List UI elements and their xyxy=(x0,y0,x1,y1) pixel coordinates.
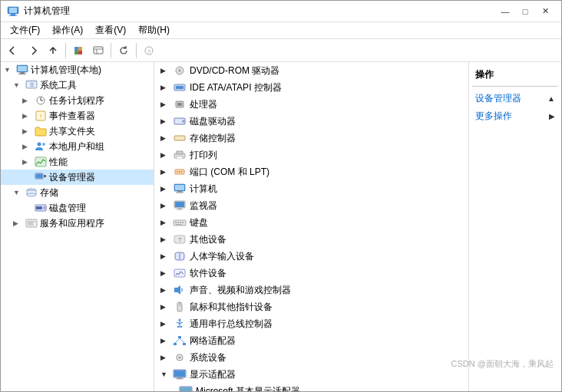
menu-file[interactable]: 文件(F) xyxy=(4,22,46,38)
toolbar-help[interactable]: ? xyxy=(140,41,158,60)
device-msbasicdisp[interactable]: Microsoft 基本显示适配器 xyxy=(154,383,468,391)
svg-rect-3 xyxy=(9,15,17,16)
other-arrow: ▶ xyxy=(160,236,173,243)
scheduler-arrow: ▶ xyxy=(22,97,35,104)
tree-scheduler[interactable]: ▶ 任务计划程序 xyxy=(1,93,154,108)
diskmanager-label: 磁盘管理 xyxy=(49,202,86,215)
toolbar-sep-3 xyxy=(136,43,137,58)
svg-text:?: ? xyxy=(147,48,151,55)
svg-rect-6 xyxy=(74,51,78,54)
cat-mouse[interactable]: ▶ 鼠标和其他指针设备 xyxy=(154,298,468,315)
action-header: 操作 xyxy=(472,65,558,87)
storage-icon xyxy=(25,186,38,199)
toolbar-back[interactable] xyxy=(4,41,22,60)
scheduler-icon xyxy=(35,94,47,107)
menu-action[interactable]: 操作(A) xyxy=(46,22,89,38)
tree-performance[interactable]: ▶ 性能 xyxy=(1,154,154,170)
ideata-arrow: ▶ xyxy=(160,84,173,91)
tree-eventviewer[interactable]: ▶ ! 事件查看器 xyxy=(1,108,154,124)
cat-processor[interactable]: ▶ 处理器 xyxy=(154,96,468,113)
minimize-button[interactable]: — xyxy=(495,4,515,19)
performance-icon xyxy=(35,156,47,168)
sysdev-icon xyxy=(173,351,187,364)
tree-root[interactable]: ▼ 计算机管理(本地) xyxy=(1,62,154,77)
hid-label: 人体学输入设备 xyxy=(190,250,254,263)
toolbar: ? xyxy=(1,39,561,62)
svg-point-26 xyxy=(42,143,45,146)
title-bar-left: 计算机管理 xyxy=(7,5,70,18)
computer-cat-icon xyxy=(173,183,187,195)
port-icon xyxy=(173,166,187,178)
toolbar-forward[interactable] xyxy=(24,41,42,60)
toolbar-btn2[interactable] xyxy=(69,41,88,60)
svg-rect-68 xyxy=(180,222,181,223)
computer-icon xyxy=(16,64,28,76)
toolbar-up[interactable] xyxy=(44,41,62,60)
svg-rect-8 xyxy=(94,47,103,54)
display-label: 显示适配器 xyxy=(190,368,236,381)
close-button[interactable]: ✕ xyxy=(535,4,555,19)
cat-display[interactable]: ▼ 显示适配器 xyxy=(154,366,468,383)
cat-diskdrive[interactable]: ▶ 磁盘驱动器 xyxy=(154,113,468,130)
cat-port[interactable]: ▶ 端口 (COM 和 LPT) xyxy=(154,163,468,180)
cat-computer[interactable]: ▶ 计算机 xyxy=(154,180,468,197)
cat-dvdcdrom[interactable]: ▶ DVD/CD-ROM 驱动器 xyxy=(154,62,468,79)
cat-monitor[interactable]: ▶ 监视器 xyxy=(154,197,468,214)
action-more[interactable]: 更多操作 ▶ xyxy=(472,107,558,125)
performance-arrow: ▶ xyxy=(22,158,35,166)
cat-softdev[interactable]: ▶ 软件设备 xyxy=(154,265,468,282)
svg-rect-70 xyxy=(176,224,182,225)
storctrl-icon xyxy=(173,132,187,144)
dvdcdrom-icon xyxy=(173,64,187,77)
cat-usb[interactable]: ▶ 通用串行总线控制器 xyxy=(154,315,468,332)
maximize-button[interactable]: □ xyxy=(515,4,535,19)
cat-network[interactable]: ▶ 网络适配器 xyxy=(154,332,468,349)
other-label: 其他设备 xyxy=(190,233,226,246)
tree-diskmanager[interactable]: 磁盘管理 xyxy=(1,200,154,216)
svg-rect-79 xyxy=(177,326,179,328)
usb-icon xyxy=(173,318,187,330)
svg-point-56 xyxy=(181,171,183,173)
svg-rect-83 xyxy=(183,343,186,345)
svg-point-42 xyxy=(179,70,181,72)
mouse-arrow: ▶ xyxy=(160,303,173,311)
cat-ideata[interactable]: ▶ IDE ATA/ATAPI 控制器 xyxy=(154,79,468,96)
right-panel: 操作 设备管理器 ▲ 更多操作 ▶ xyxy=(469,62,561,391)
svg-rect-69 xyxy=(182,222,183,223)
svg-rect-91 xyxy=(176,379,183,380)
svg-rect-1 xyxy=(9,8,17,13)
toolbar-btn3[interactable] xyxy=(89,41,107,60)
cat-sysdev[interactable]: ▶ 系统设备 xyxy=(154,349,468,366)
diskmanager-icon xyxy=(35,202,47,214)
systools-icon: ☰ xyxy=(25,79,38,91)
svg-rect-5 xyxy=(78,47,82,51)
svg-rect-64 xyxy=(177,209,183,210)
cat-keyboard[interactable]: ▶ 键盘 xyxy=(154,214,468,231)
softdev-arrow: ▶ xyxy=(160,269,173,277)
tree-systools[interactable]: ▼ ☰ 系统工具 xyxy=(1,77,154,93)
toolbar-refresh[interactable] xyxy=(114,41,133,60)
softdev-label: 软件设备 xyxy=(190,267,226,280)
svg-rect-60 xyxy=(176,193,183,193)
port-label: 端口 (COM 和 LPT) xyxy=(190,166,269,179)
systools-label: 系统工具 xyxy=(40,79,77,92)
tree-services[interactable]: ▶ 服务和应用程序 xyxy=(1,216,154,231)
menu-help[interactable]: 帮助(H) xyxy=(132,22,176,38)
services-icon xyxy=(25,217,38,229)
cat-hid[interactable]: ▶ 人体学输入设备 xyxy=(154,248,468,265)
menu-view[interactable]: 查看(V) xyxy=(89,22,132,38)
svg-rect-4 xyxy=(74,47,78,51)
cat-other[interactable]: ▶ ? 其他设备 xyxy=(154,231,468,248)
eventviewer-arrow: ▶ xyxy=(22,112,35,120)
action-device-manager[interactable]: 设备管理器 ▲ xyxy=(472,90,558,107)
cat-audio[interactable]: ▶ 声音、视频和游戏控制器 xyxy=(154,282,468,298)
tree-localusers[interactable]: ▶ 本地用户和组 xyxy=(1,139,154,154)
tree-storage[interactable]: ▼ 存储 xyxy=(1,185,154,200)
cat-storctrl[interactable]: ▶ 存储控制器 xyxy=(154,130,468,147)
dvdcdrom-label: DVD/CD-ROM 驱动器 xyxy=(190,64,279,77)
tree-root-arrow: ▼ xyxy=(4,66,16,74)
tree-sharedfolder[interactable]: ▶ 共享文件夹 xyxy=(1,124,154,139)
cat-printer[interactable]: ▶ 打印列 xyxy=(154,147,468,163)
tree-devicemanager[interactable]: 设备管理器 xyxy=(1,170,154,185)
display-icon xyxy=(173,368,187,380)
